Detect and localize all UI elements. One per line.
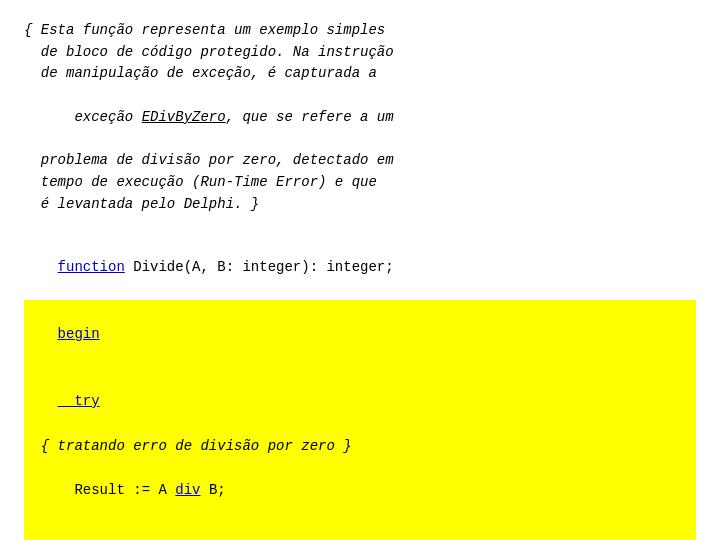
code-line1-rest: Divide(A, B: integer): integer; <box>125 259 394 275</box>
code-line-begin: begin <box>24 300 696 367</box>
result-pre: Result <box>58 482 134 498</box>
comment-edivbyzero: EDivByZero <box>142 109 226 125</box>
comment-line-1: { Esta função representa um exemplo simp… <box>24 20 696 42</box>
result-op: := <box>133 482 150 498</box>
code-line-function: function Divide(A, B: integer): integer; <box>24 233 696 300</box>
code-block: function Divide(A, B: integer): integer;… <box>24 233 696 540</box>
keyword-try: try <box>58 393 100 409</box>
code-line-try: try <box>24 368 696 435</box>
comment-block: { Esta função representa um exemplo simp… <box>24 20 696 215</box>
comment-line-4: exceção EDivByZero, que se refere a um <box>24 85 696 150</box>
comment-line-3: de manipulação de exceção, é capturada a <box>24 63 696 85</box>
keyword-function: function <box>58 259 125 275</box>
result-mid: A <box>150 482 175 498</box>
comment-line-7: é levantada pelo Delphi. } <box>24 194 696 216</box>
comment-line-2: de bloco de código protegido. Na instruç… <box>24 42 696 64</box>
comment-line-6: tempo de execução (Run-Time Error) e que <box>24 172 696 194</box>
code-line-comment: { tratando erro de divisão por zero } <box>24 435 696 457</box>
comment-line4-pre: exceção <box>58 109 142 125</box>
keyword-begin: begin <box>58 326 100 342</box>
result-post: B; <box>200 482 225 498</box>
comment-line4-post: , que se refere a um <box>226 109 394 125</box>
keyword-div: div <box>175 482 200 498</box>
code-line-result: Result := A div B; <box>24 457 696 524</box>
code-line-except: except <box>24 524 696 540</box>
comment-line-5: problema de divisão por zero, detectado … <box>24 150 696 172</box>
